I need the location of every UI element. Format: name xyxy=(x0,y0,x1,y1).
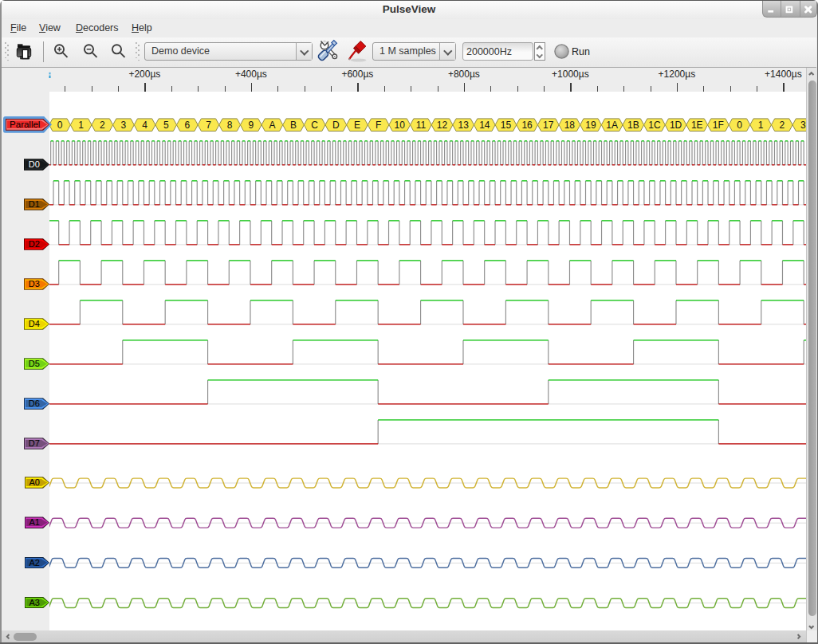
svg-text:B: B xyxy=(290,119,297,130)
svg-text:14: 14 xyxy=(479,119,490,130)
svg-text:2: 2 xyxy=(100,119,105,130)
svg-text:0: 0 xyxy=(737,119,742,130)
svg-text:18: 18 xyxy=(564,119,576,130)
svg-text:1: 1 xyxy=(78,119,84,130)
svg-text:15: 15 xyxy=(501,119,512,130)
svg-text:13: 13 xyxy=(458,119,470,130)
svg-text:D: D xyxy=(332,119,340,130)
svg-text:3: 3 xyxy=(800,119,806,130)
svg-text:8: 8 xyxy=(227,119,233,130)
svg-text:9: 9 xyxy=(248,119,254,130)
svg-text:6: 6 xyxy=(185,119,191,130)
svg-text:E: E xyxy=(354,119,360,130)
svg-text:19: 19 xyxy=(585,119,596,130)
svg-text:1F: 1F xyxy=(713,119,724,130)
svg-text:C: C xyxy=(311,119,318,130)
svg-text:3: 3 xyxy=(121,119,127,130)
svg-text:0: 0 xyxy=(57,119,63,130)
svg-text:1E: 1E xyxy=(691,119,703,130)
svg-text:12: 12 xyxy=(437,119,448,130)
svg-text:A: A xyxy=(269,119,275,130)
svg-text:1B: 1B xyxy=(627,119,639,130)
svg-text:4: 4 xyxy=(142,119,147,130)
svg-text:1C: 1C xyxy=(648,119,661,130)
svg-text:7: 7 xyxy=(206,119,211,130)
svg-text:11: 11 xyxy=(416,119,427,130)
svg-text:1A: 1A xyxy=(606,119,618,130)
svg-text:16: 16 xyxy=(521,119,533,130)
svg-text:10: 10 xyxy=(395,119,406,130)
svg-text:1D: 1D xyxy=(670,119,682,130)
svg-text:5: 5 xyxy=(163,119,169,130)
svg-text:2: 2 xyxy=(779,119,785,130)
svg-text:1: 1 xyxy=(758,119,764,130)
svg-text:F: F xyxy=(376,119,381,130)
svg-text:17: 17 xyxy=(543,119,554,130)
